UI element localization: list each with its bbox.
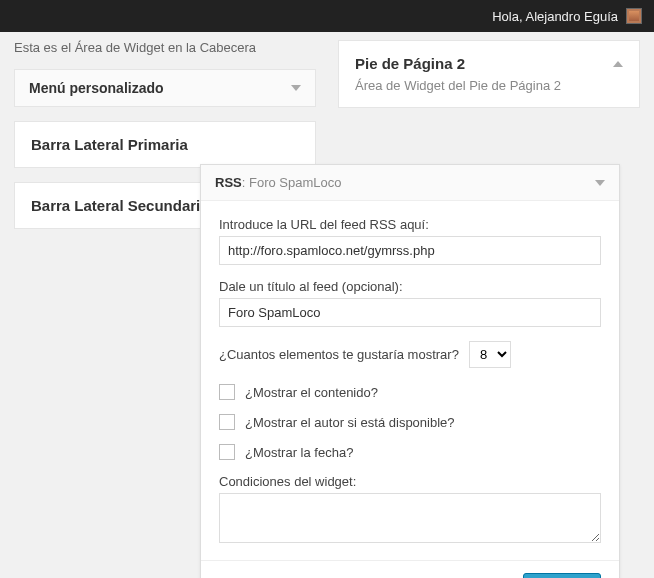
- show-author-label: ¿Mostrar el autor si está disponible?: [245, 415, 455, 430]
- show-content-label: ¿Mostrar el contenido?: [245, 385, 378, 400]
- show-date-row: ¿Mostrar la fecha?: [219, 444, 601, 460]
- rss-count-select[interactable]: 8: [469, 341, 511, 368]
- show-content-checkbox[interactable]: [219, 384, 235, 400]
- widget-editor-body: Introduce la URL del feed RSS aquí: Dale…: [201, 201, 619, 560]
- chevron-down-icon: [291, 85, 301, 91]
- widget-editor-foot: Borrar | Cerrar Guardar: [201, 560, 619, 578]
- user-avatar-icon[interactable]: [626, 8, 642, 24]
- widget-instance-name: : Foro SpamLoco: [242, 175, 342, 190]
- chevron-down-icon: [595, 180, 605, 186]
- widget-editor-title: RSS: Foro SpamLoco: [215, 175, 341, 190]
- rss-title-input[interactable]: [219, 298, 601, 327]
- chevron-up-icon: [613, 61, 623, 67]
- show-date-checkbox[interactable]: [219, 444, 235, 460]
- area-footer2-title: Pie de Página 2: [355, 55, 465, 72]
- main-content: Esta es el Área de Widget en la Cabecera…: [0, 32, 654, 243]
- rss-url-label: Introduce la URL del feed RSS aquí:: [219, 217, 601, 232]
- save-button[interactable]: Guardar: [523, 573, 601, 578]
- widget-type-label: RSS: [215, 175, 242, 190]
- area-footer2[interactable]: Pie de Página 2 Área de Widget del Pie d…: [338, 40, 640, 108]
- area-primary-sidebar-title: Barra Lateral Primaria: [31, 136, 299, 153]
- adminbar: Hola, Alejandro Eguía: [0, 0, 654, 32]
- header-area-description: Esta es el Área de Widget en la Cabecera: [14, 40, 316, 55]
- widget-custom-menu-label: Menú personalizado: [29, 80, 164, 96]
- area-primary-sidebar[interactable]: Barra Lateral Primaria: [14, 121, 316, 168]
- adminbar-greeting[interactable]: Hola, Alejandro Eguía: [492, 9, 618, 24]
- conditions-textarea[interactable]: [219, 493, 601, 543]
- conditions-label: Condiciones del widget:: [219, 474, 601, 489]
- show-author-checkbox[interactable]: [219, 414, 235, 430]
- rss-count-label: ¿Cuantos elementos te gustaría mostrar?: [219, 347, 459, 362]
- widget-editor-modal: RSS: Foro SpamLoco Introduce la URL del …: [200, 164, 620, 578]
- show-author-row: ¿Mostrar el autor si está disponible?: [219, 414, 601, 430]
- area-footer2-description: Área de Widget del Pie de Página 2: [355, 78, 623, 93]
- show-date-label: ¿Mostrar la fecha?: [245, 445, 353, 460]
- widget-custom-menu[interactable]: Menú personalizado: [14, 69, 316, 107]
- rss-url-input[interactable]: [219, 236, 601, 265]
- rss-title-label: Dale un título al feed (opcional):: [219, 279, 601, 294]
- show-content-row: ¿Mostrar el contenido?: [219, 384, 601, 400]
- widget-editor-head[interactable]: RSS: Foro SpamLoco: [201, 165, 619, 201]
